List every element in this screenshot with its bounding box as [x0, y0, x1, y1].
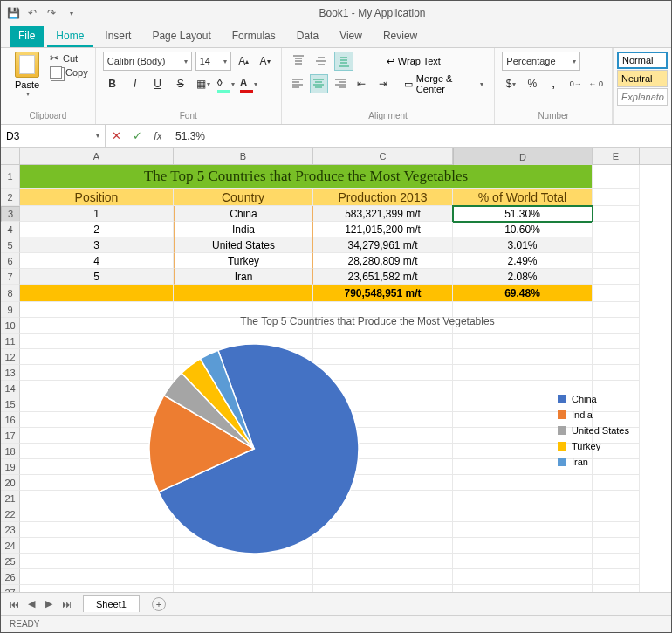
strike-button[interactable]: S [171, 74, 190, 93]
row-header[interactable]: 23 [1, 522, 20, 538]
font-name-select[interactable]: Calibri (Body)▾ [103, 52, 192, 71]
fx-button[interactable]: fx [147, 125, 168, 147]
cell[interactable] [593, 222, 640, 237]
paste-button[interactable]: Paste ▾ [8, 52, 46, 98]
wrap-text-button[interactable]: ↩Wrap Text [383, 52, 444, 71]
row-header[interactable]: 22 [1, 506, 20, 522]
cell[interactable]: Production 2013 [313, 189, 453, 206]
next-sheet-button[interactable]: ▶ [41, 596, 57, 612]
cell[interactable]: Position [20, 189, 174, 206]
cancel-formula-button[interactable]: ✕ [106, 125, 127, 147]
merge-center-button[interactable]: ▭Merge & Center▾ [401, 74, 487, 93]
tab-data[interactable]: Data [288, 26, 327, 47]
cell[interactable]: % of World Total [453, 189, 593, 206]
row-header[interactable]: 24 [1, 538, 20, 554]
undo-icon[interactable]: ↶ [25, 6, 39, 20]
number-format-select[interactable]: Percentage▾ [502, 52, 580, 71]
cell[interactable]: 2 [20, 222, 174, 237]
cell[interactable]: India [174, 222, 313, 237]
col-header-E[interactable]: E [593, 148, 640, 164]
decrease-decimal-button[interactable]: ←.0 [587, 74, 605, 93]
formula-input[interactable]: 51.3% [168, 130, 671, 142]
cell[interactable]: 4 [20, 253, 174, 269]
increase-font-button[interactable]: A▴ [235, 52, 252, 71]
tab-file[interactable]: File [10, 26, 44, 47]
cell[interactable] [593, 253, 640, 269]
cell[interactable]: China [174, 206, 313, 222]
style-explanatory[interactable]: Explanato [617, 88, 668, 106]
row-header[interactable]: 3 [1, 206, 20, 222]
style-normal[interactable]: Normal [617, 52, 668, 69]
row-header[interactable]: 4 [1, 222, 20, 237]
increase-decimal-button[interactable]: .0→ [566, 74, 583, 93]
percent-button[interactable]: % [524, 74, 541, 93]
cell[interactable]: 121,015,200 m/t [313, 222, 453, 237]
row-header[interactable]: 16 [1, 412, 20, 428]
row-header[interactable]: 12 [1, 349, 20, 365]
row-header[interactable]: 5 [1, 237, 20, 253]
cell[interactable] [593, 206, 640, 222]
row-header[interactable]: 15 [1, 396, 20, 412]
cell[interactable]: 3.01% [453, 237, 593, 253]
row-header[interactable]: 1 [1, 165, 20, 189]
cell[interactable]: Country [174, 189, 313, 206]
col-header-B[interactable]: B [174, 148, 313, 164]
qat-dropdown-icon[interactable]: ▾ [65, 6, 79, 20]
cell[interactable] [174, 285, 313, 302]
worksheet[interactable]: ABCDE 1The Top 5 Countries that Produce … [1, 148, 671, 592]
cell[interactable] [593, 165, 640, 189]
style-neutral[interactable]: Neutral [617, 70, 668, 87]
cut-button[interactable]: ✂Cut [50, 52, 88, 65]
prev-sheet-button[interactable]: ◀ [24, 596, 39, 612]
border-button[interactable]: ▦▾ [194, 74, 213, 93]
cell[interactable]: The Top 5 Countries that Produce the Mos… [20, 165, 593, 189]
row-header[interactable]: 20 [1, 475, 20, 491]
cell[interactable] [593, 269, 640, 285]
cell[interactable]: 69.48% [453, 285, 593, 302]
cell[interactable] [593, 585, 640, 592]
name-box[interactable]: D3▾ [1, 125, 106, 147]
save-icon[interactable]: 💾 [6, 6, 20, 20]
tab-review[interactable]: Review [374, 26, 426, 47]
align-middle-button[interactable] [312, 52, 331, 71]
row-header[interactable]: 8 [1, 285, 20, 302]
increase-indent-button[interactable]: ⇥ [374, 74, 391, 93]
last-sheet-button[interactable]: ⏭ [58, 596, 74, 612]
first-sheet-button[interactable]: ⏮ [6, 596, 22, 612]
row-header[interactable]: 21 [1, 491, 20, 506]
cell[interactable]: United States [174, 237, 313, 253]
cell[interactable] [20, 585, 174, 592]
cell[interactable] [174, 585, 313, 592]
select-all-corner[interactable] [1, 148, 20, 164]
decrease-font-button[interactable]: A▾ [256, 52, 273, 71]
row-header[interactable]: 14 [1, 381, 20, 396]
cell[interactable]: 23,651,582 m/t [313, 269, 453, 285]
col-header-D[interactable]: D [453, 148, 593, 167]
chart[interactable]: The Top 5 Countries that Produce the Mos… [106, 315, 629, 577]
add-sheet-button[interactable]: + [152, 597, 166, 611]
currency-button[interactable]: $▾ [502, 74, 519, 93]
row-header[interactable]: 19 [1, 459, 20, 475]
underline-button[interactable]: U [148, 74, 168, 93]
chevron-down-icon[interactable]: ▾ [26, 90, 30, 98]
cell[interactable]: 34,279,961 m/t [313, 237, 453, 253]
row-header[interactable]: 11 [1, 334, 20, 349]
row-header[interactable]: 18 [1, 444, 20, 459]
cell[interactable]: 2.49% [453, 253, 593, 269]
cell[interactable] [593, 189, 640, 206]
bold-button[interactable]: B [103, 74, 122, 93]
row-header[interactable]: 27 [1, 585, 20, 592]
cell[interactable]: 790,548,951 m/t [313, 285, 453, 302]
row-header[interactable]: 13 [1, 365, 20, 381]
font-size-select[interactable]: 14▾ [195, 52, 231, 71]
tab-page-layout[interactable]: Page Layout [143, 26, 219, 47]
row-header[interactable]: 10 [1, 318, 20, 334]
row-header[interactable]: 7 [1, 269, 20, 285]
cell[interactable]: Turkey [174, 253, 313, 269]
copy-button[interactable]: Copy [50, 66, 88, 79]
row-header[interactable]: 9 [1, 302, 20, 318]
align-center-button[interactable] [310, 74, 327, 93]
cell[interactable] [593, 237, 640, 253]
font-color-button[interactable]: A▾ [239, 74, 258, 93]
cell[interactable]: 2.08% [453, 269, 593, 285]
